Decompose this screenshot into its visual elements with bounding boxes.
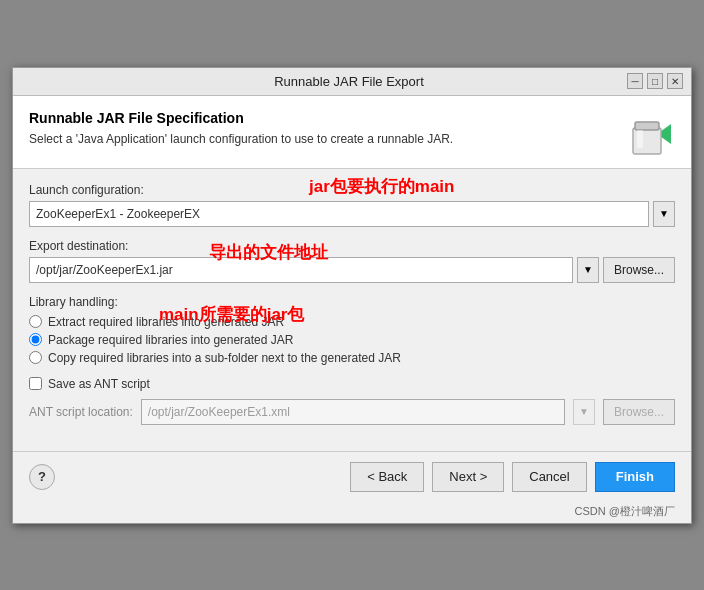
save-ant-checkbox-row[interactable]: Save as ANT script <box>29 377 675 391</box>
export-dest-group: Export destination: ▼ Browse... 导出的文件地址 <box>29 239 675 283</box>
radio-copy-input[interactable] <box>29 351 42 364</box>
export-dest-label: Export destination: <box>29 239 675 253</box>
svg-rect-3 <box>637 130 643 148</box>
launch-config-dropdown[interactable]: ▼ <box>653 201 675 227</box>
watermark: CSDN @橙汁啤酒厂 <box>13 502 691 523</box>
svg-rect-2 <box>635 122 659 130</box>
header-subtitle: Select a 'Java Application' launch confi… <box>29 132 617 146</box>
ant-script-label: ANT script location: <box>29 405 133 419</box>
radio-package-label: Package required libraries into generate… <box>48 333 293 347</box>
radio-copy-label: Copy required libraries into a sub-folde… <box>48 351 401 365</box>
export-dest-input[interactable] <box>29 257 573 283</box>
ant-script-dropdown[interactable]: ▼ <box>573 399 595 425</box>
next-button[interactable]: Next > <box>432 462 504 492</box>
maximize-button[interactable]: □ <box>647 73 663 89</box>
export-dest-browse-button[interactable]: Browse... <box>603 257 675 283</box>
library-handling-group: Library handling: Extract required libra… <box>29 295 675 365</box>
launch-config-row: ▼ <box>29 201 675 227</box>
jar-icon <box>627 110 675 158</box>
export-dest-row: ▼ Browse... <box>29 257 675 283</box>
finish-button[interactable]: Finish <box>595 462 675 492</box>
radio-package[interactable]: Package required libraries into generate… <box>29 333 675 347</box>
dialog-footer: ? < Back Next > Cancel Finish <box>13 451 691 502</box>
header-text: Runnable JAR File Specification Select a… <box>29 110 617 146</box>
library-handling-label: Library handling: <box>29 295 675 309</box>
launch-config-label: Launch configuration: <box>29 183 675 197</box>
header-icon <box>627 110 675 158</box>
ant-script-group: Save as ANT script ANT script location: … <box>29 377 675 425</box>
help-button[interactable]: ? <box>29 464 55 490</box>
dialog-body: Launch configuration: ▼ jar包要执行的main Exp… <box>13 169 691 451</box>
save-ant-label: Save as ANT script <box>48 377 150 391</box>
radio-extract-label: Extract required libraries into generate… <box>48 315 284 329</box>
cancel-button[interactable]: Cancel <box>512 462 586 492</box>
radio-copy[interactable]: Copy required libraries into a sub-folde… <box>29 351 675 365</box>
radio-extract-input[interactable] <box>29 315 42 328</box>
save-ant-checkbox[interactable] <box>29 377 42 390</box>
window-title: Runnable JAR File Export <box>71 74 627 89</box>
footer-left: ? <box>29 464 55 490</box>
radio-group: Extract required libraries into generate… <box>29 315 675 365</box>
title-bar-controls: ─ □ ✕ <box>627 73 683 89</box>
radio-package-input[interactable] <box>29 333 42 346</box>
ant-location-row: ANT script location: ▼ Browse... <box>29 399 675 425</box>
radio-extract[interactable]: Extract required libraries into generate… <box>29 315 675 329</box>
ant-script-input[interactable] <box>141 399 565 425</box>
close-button[interactable]: ✕ <box>667 73 683 89</box>
minimize-button[interactable]: ─ <box>627 73 643 89</box>
title-bar: Runnable JAR File Export ─ □ ✕ <box>13 68 691 96</box>
export-dest-dropdown[interactable]: ▼ <box>577 257 599 283</box>
launch-config-group: Launch configuration: ▼ jar包要执行的main <box>29 183 675 227</box>
launch-config-input[interactable] <box>29 201 649 227</box>
footer-buttons: < Back Next > Cancel Finish <box>350 462 675 492</box>
header-title: Runnable JAR File Specification <box>29 110 617 126</box>
dialog-header: Runnable JAR File Specification Select a… <box>13 96 691 169</box>
back-button[interactable]: < Back <box>350 462 424 492</box>
ant-script-browse-button[interactable]: Browse... <box>603 399 675 425</box>
dialog-window: Runnable JAR File Export ─ □ ✕ Runnable … <box>12 67 692 524</box>
